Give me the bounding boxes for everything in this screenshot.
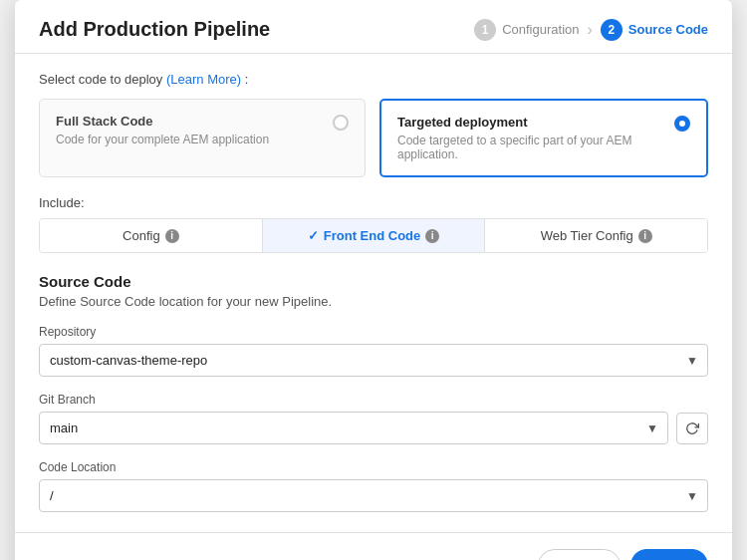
- modal-body: Select code to deploy (Learn More) : Ful…: [15, 54, 732, 532]
- tab-config[interactable]: Config i: [40, 219, 263, 252]
- step-1-circle: 1: [474, 19, 496, 41]
- deployment-options: Full Stack Code Code for your complete A…: [39, 99, 708, 177]
- step-2: 2 Source Code: [601, 19, 708, 41]
- code-location-select[interactable]: /: [39, 479, 708, 512]
- repository-field-group: Repository custom-canvas-theme-repo ▼: [39, 325, 708, 377]
- targeted-radio[interactable]: [674, 116, 690, 132]
- git-branch-field-group: Git Branch main ▼: [39, 393, 708, 444]
- tab-web-tier-config[interactable]: Web Tier Config i: [485, 219, 707, 252]
- repository-select[interactable]: custom-canvas-theme-repo: [39, 344, 708, 377]
- step-1: 1 Configuration: [474, 19, 579, 41]
- code-location-label: Code Location: [39, 460, 708, 474]
- targeted-text: Targeted deployment Code targeted to a s…: [397, 115, 674, 161]
- targeted-card[interactable]: Targeted deployment Code targeted to a s…: [379, 99, 708, 177]
- front-end-check-icon: ✓: [308, 228, 319, 243]
- web-tier-info-icon[interactable]: i: [638, 229, 652, 243]
- config-info-icon[interactable]: i: [165, 229, 179, 243]
- modal-header: Add Production Pipeline 1 Configuration …: [15, 0, 732, 54]
- modal: Add Production Pipeline 1 Configuration …: [15, 0, 732, 560]
- repository-select-wrapper: custom-canvas-theme-repo ▼: [39, 344, 708, 377]
- git-branch-select-wrapper: main ▼: [39, 412, 668, 444]
- full-stack-text: Full Stack Code Code for your complete A…: [56, 114, 269, 146]
- modal-footer: Cancel Save: [15, 532, 732, 560]
- modal-title: Add Production Pipeline: [39, 18, 270, 41]
- tab-front-end-code[interactable]: ✓ Front End Code i: [263, 219, 486, 252]
- step-2-label: Source Code: [628, 22, 708, 37]
- step-divider: ›: [587, 21, 592, 39]
- repository-label: Repository: [39, 325, 708, 339]
- full-stack-card[interactable]: Full Stack Code Code for your complete A…: [39, 99, 366, 177]
- front-end-info-icon[interactable]: i: [425, 229, 439, 243]
- refresh-button[interactable]: [676, 413, 708, 444]
- step-2-circle: 2: [601, 19, 622, 41]
- select-code-row: Select code to deploy (Learn More) :: [39, 72, 708, 87]
- git-branch-select[interactable]: main: [39, 412, 668, 444]
- steps-nav: 1 Configuration › 2 Source Code: [474, 19, 708, 41]
- include-label: Include:: [39, 195, 708, 210]
- save-button[interactable]: Save: [630, 549, 708, 560]
- tab-config-label: Config: [123, 228, 160, 243]
- full-stack-radio[interactable]: [333, 115, 349, 131]
- full-stack-title: Full Stack Code: [56, 114, 269, 129]
- cancel-button[interactable]: Cancel: [538, 549, 620, 560]
- tabs-row: Config i ✓ Front End Code i Web Tier Con…: [39, 218, 708, 253]
- git-branch-label: Git Branch: [39, 393, 708, 407]
- code-location-select-wrapper: / ▼: [39, 479, 708, 512]
- full-stack-desc: Code for your complete AEM application: [56, 133, 269, 146]
- tab-web-tier-label: Web Tier Config: [541, 228, 633, 243]
- refresh-icon: [685, 421, 699, 435]
- targeted-desc: Code targeted to a specific part of your…: [397, 134, 674, 161]
- learn-more-link[interactable]: (Learn More): [166, 72, 241, 87]
- tab-front-end-label: Front End Code: [324, 228, 421, 243]
- source-code-desc: Define Source Code location for your new…: [39, 294, 708, 309]
- code-location-field-group: Code Location / ▼: [39, 460, 708, 512]
- step-1-label: Configuration: [502, 22, 579, 37]
- targeted-title: Targeted deployment: [397, 115, 674, 130]
- git-branch-row: main ▼: [39, 412, 708, 444]
- source-code-title: Source Code: [39, 273, 708, 290]
- select-code-text: Select code to deploy: [39, 72, 162, 87]
